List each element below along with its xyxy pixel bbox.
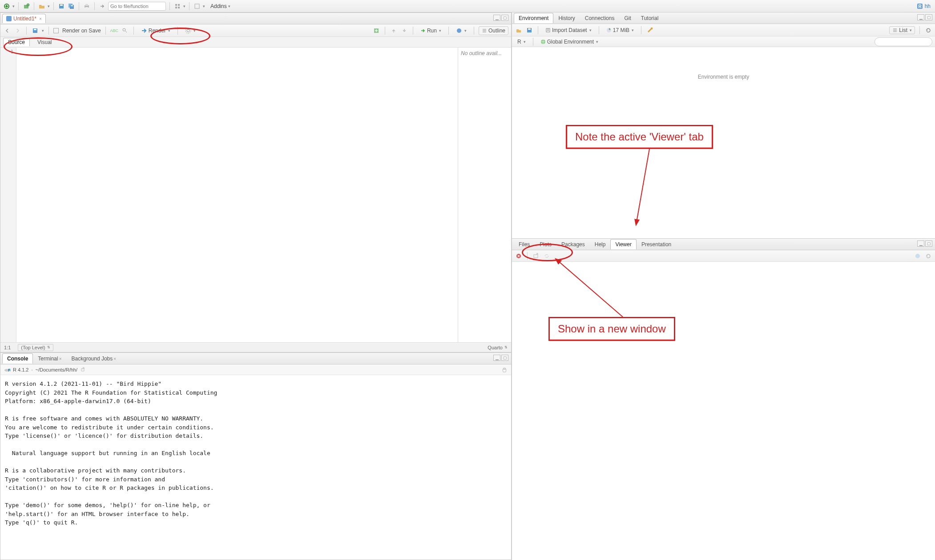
project-menu[interactable]: R hh — [917, 3, 932, 9]
forward-icon[interactable] — [14, 27, 22, 35]
show-in-new-window-icon[interactable] — [532, 252, 540, 260]
tab-files[interactable]: Files — [514, 239, 535, 249]
minimize-pane-icon[interactable]: ▁ — [493, 355, 500, 361]
separator — [177, 27, 178, 35]
settings-menu[interactable]: ▾ — [182, 27, 198, 35]
memory-label: 17 MiB — [613, 27, 629, 33]
open-file-icon[interactable] — [38, 2, 46, 10]
print-icon[interactable] — [83, 2, 91, 10]
go-prev-chunk-icon[interactable] — [390, 27, 398, 35]
env-search-input[interactable] — [875, 37, 932, 46]
tab-presentation[interactable]: Presentation — [637, 239, 676, 249]
console-output[interactable]: R version 4.1.2 (2021-11-01) -- "Bird Hi… — [0, 375, 511, 560]
file-tab-untitled[interactable]: Untitled1* × — [2, 14, 46, 23]
tab-visual-mode[interactable]: Visual — [32, 38, 56, 46]
caret-icon[interactable]: ▾ — [42, 28, 44, 33]
scope-selector[interactable]: (Top Level) ⇅ — [18, 344, 53, 351]
publish-viewer-icon[interactable] — [914, 252, 922, 260]
separator — [189, 2, 189, 10]
publish-button[interactable]: ▾ — [453, 27, 469, 35]
run-button[interactable]: Run ▾ — [418, 27, 444, 35]
find-replace-icon[interactable] — [121, 27, 129, 35]
tab-console[interactable]: Console — [2, 353, 33, 364]
svg-point-24 — [457, 28, 461, 33]
svg-rect-11 — [175, 4, 177, 6]
minimize-pane-icon[interactable]: ▁ — [917, 14, 924, 20]
svg-point-35 — [915, 254, 920, 258]
tab-source-mode[interactable]: Source — [3, 38, 30, 46]
caret-icon[interactable]: ▾ — [183, 4, 185, 8]
clear-console-icon[interactable] — [501, 367, 508, 373]
working-directory[interactable]: ~/Documents/R/hh/ — [36, 367, 77, 372]
close-icon[interactable]: × — [59, 356, 62, 361]
refresh-icon[interactable] — [924, 26, 932, 34]
clear-objects-icon[interactable] — [646, 26, 654, 34]
code-editor[interactable] — [16, 48, 458, 342]
back-icon[interactable] — [3, 27, 11, 35]
svg-rect-10 — [85, 7, 88, 8]
svg-rect-13 — [175, 7, 177, 8]
list-grid-toggle[interactable]: List ▾ — [889, 26, 915, 34]
viewer-pane: Files Plots Packages Help Viewer Present… — [512, 238, 935, 560]
save-icon[interactable] — [31, 27, 39, 35]
sync-editor-icon[interactable] — [543, 252, 551, 260]
spellcheck-icon[interactable]: ABC — [110, 27, 118, 35]
minimize-pane-icon[interactable]: ▁ — [917, 240, 924, 247]
tab-packages[interactable]: Packages — [556, 239, 590, 249]
tab-viewer[interactable]: Viewer — [610, 239, 636, 249]
goto-file-function-input[interactable] — [108, 2, 166, 11]
maximize-pane-icon[interactable]: ▢ — [925, 240, 932, 247]
tab-tutorial[interactable]: Tutorial — [636, 13, 664, 23]
maximize-pane-icon[interactable]: ▢ — [501, 15, 508, 21]
tools-icon[interactable] — [193, 2, 201, 10]
svg-rect-15 — [195, 4, 199, 8]
tab-help[interactable]: Help — [590, 239, 611, 249]
line-gutter: 1 — [0, 48, 16, 342]
save-icon[interactable] — [57, 2, 65, 10]
r-version-label: R 4.1.2 — [13, 367, 28, 372]
refresh-icon[interactable] — [924, 252, 932, 260]
tab-git[interactable]: Git — [619, 13, 636, 23]
tab-environment[interactable]: Environment — [514, 13, 553, 23]
save-all-icon[interactable] — [67, 2, 75, 10]
maximize-pane-icon[interactable]: ▢ — [501, 355, 508, 361]
outline-toggle-button[interactable]: Outline — [479, 26, 508, 35]
tab-background-jobs[interactable]: Background Jobs× — [67, 353, 121, 364]
close-icon[interactable]: × — [39, 16, 42, 21]
new-file-icon[interactable] — [3, 2, 11, 10]
doc-type-selector[interactable]: Quarto ⇅ — [488, 345, 508, 350]
env-scope-selector[interactable]: Global Environment ▾ — [538, 38, 601, 46]
viewer-tabs: Files Plots Packages Help Viewer Present… — [512, 239, 935, 250]
tab-terminal[interactable]: Terminal× — [33, 353, 66, 364]
caret-icon[interactable]: ▾ — [203, 4, 205, 8]
minimize-pane-icon[interactable]: ▁ — [493, 15, 500, 21]
separator — [641, 26, 641, 34]
clear-viewer-icon[interactable] — [515, 252, 523, 260]
tab-connections[interactable]: Connections — [580, 13, 620, 23]
go-next-chunk-icon[interactable] — [400, 27, 408, 35]
file-tab-label: Untitled1* — [13, 16, 36, 22]
caret-icon[interactable]: ▾ — [12, 4, 15, 8]
addins-menu[interactable]: Addins ▾ — [207, 2, 234, 11]
load-workspace-icon[interactable] — [515, 26, 523, 34]
save-workspace-icon[interactable] — [525, 26, 533, 34]
new-project-icon[interactable] — [22, 2, 30, 10]
tab-plots[interactable]: Plots — [535, 239, 556, 249]
lang-selector[interactable]: R▾ — [515, 38, 528, 46]
outline-label: Outline — [488, 28, 505, 34]
viewer-content — [512, 262, 935, 560]
separator — [53, 2, 54, 10]
separator — [34, 2, 34, 10]
render-on-save-checkbox[interactable] — [53, 28, 59, 33]
grid-icon[interactable] — [173, 2, 181, 10]
maximize-pane-icon[interactable]: ▢ — [925, 14, 932, 20]
import-dataset-menu[interactable]: Import Dataset ▾ — [543, 26, 594, 34]
close-icon[interactable]: × — [113, 356, 116, 361]
caret-icon[interactable]: ▾ — [48, 4, 50, 8]
memory-usage-button[interactable]: 17 MiB ▾ — [604, 26, 637, 34]
tab-history[interactable]: History — [553, 13, 580, 23]
popout-icon[interactable] — [80, 367, 85, 372]
render-button[interactable]: Render ▾ — [138, 27, 173, 35]
goto-arrow-icon[interactable] — [98, 2, 106, 10]
insert-chunk-icon[interactable] — [372, 27, 380, 35]
